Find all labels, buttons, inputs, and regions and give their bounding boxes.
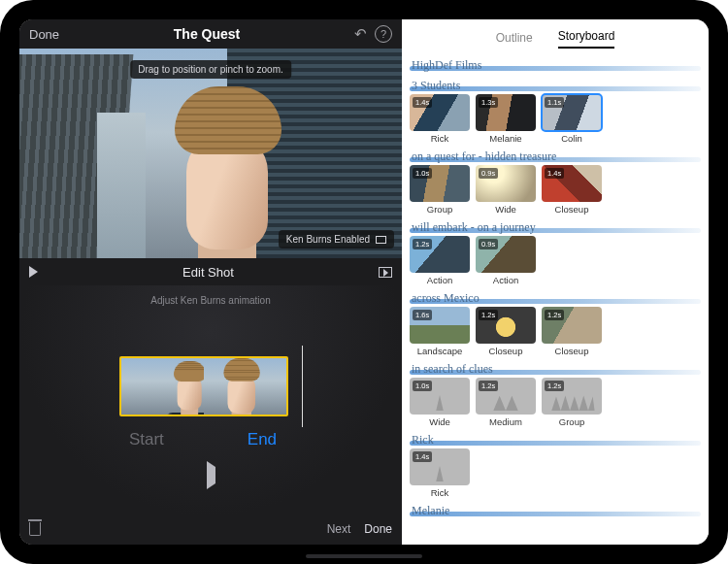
clip[interactable]: 1.4sRick: [410, 94, 470, 144]
editor-bottom-bar: Next Done: [19, 517, 402, 545]
section-heading[interactable]: 3 Students: [410, 79, 460, 92]
clip-duration: 1.4s: [413, 97, 432, 108]
storyboard-scroll[interactable]: HighDef Films 3 Students1.4sRick1.3sMela…: [402, 49, 709, 545]
clip-thumbnail[interactable]: 0.9s: [476, 236, 536, 273]
clip-thumbnail[interactable]: 1.1s: [542, 94, 602, 131]
section-heading-row: on a quest for - hidden treasure: [410, 147, 709, 164]
storyboard-pane: Outline Storyboard HighDef Films 3 Stude…: [402, 19, 709, 545]
trash-icon[interactable]: [29, 522, 41, 536]
ken-burns-track[interactable]: [119, 352, 303, 420]
clip-duration: 1.2s: [545, 381, 564, 391]
section-heading-row: Rick: [410, 430, 709, 448]
ken-burns-thumbnail[interactable]: [119, 356, 288, 416]
clip[interactable]: 1.6sLandscape: [410, 307, 470, 356]
section-heading-row: in search of clues: [410, 359, 709, 377]
ken-burns-labels: Start End: [129, 430, 277, 449]
section-heading-row: Melanie: [410, 501, 709, 518]
kb-start-tab[interactable]: Start: [129, 430, 164, 449]
ken-burns-caption: Adjust Ken Burns animation: [150, 295, 270, 306]
clip-row: 1.4sRick1.3sMelanie1.1sColin: [410, 94, 709, 144]
undo-icon[interactable]: ↶: [354, 25, 367, 43]
clip[interactable]: 1.2sCloseup: [542, 307, 602, 356]
clip[interactable]: 0.9sAction: [476, 236, 536, 285]
clip-duration: 1.0s: [413, 381, 432, 391]
play-icon[interactable]: [29, 266, 38, 278]
clip[interactable]: 0.9sWide: [476, 165, 536, 215]
tab-storyboard[interactable]: Storyboard: [558, 29, 615, 49]
edit-shot-bar: Edit Shot: [19, 258, 402, 285]
clip-duration: 0.9s: [479, 168, 498, 179]
clip-thumbnail[interactable]: 1.3s: [476, 94, 536, 131]
section-heading[interactable]: Rick: [410, 433, 434, 447]
clip[interactable]: 1.2sAction: [410, 236, 470, 285]
clip-thumbnail[interactable]: 1.2s: [410, 236, 470, 273]
clip-name: Group: [427, 204, 452, 215]
clip-duration: 1.2s: [479, 310, 498, 320]
clip[interactable]: 1.0sGroup: [410, 165, 470, 215]
clip-thumbnail[interactable]: 1.0s: [410, 165, 470, 202]
preview-image: [19, 49, 402, 258]
section-heading-row: 3 Students: [410, 76, 709, 93]
clip-name: Rick: [431, 487, 448, 498]
view-tabs: Outline Storyboard: [402, 19, 709, 49]
clip-duration: 1.1s: [545, 97, 564, 108]
clip-name: Closeup: [489, 346, 523, 356]
play-clip-icon[interactable]: [379, 267, 392, 278]
ken-burns-badge-label: Ken Burns Enabled: [286, 234, 370, 245]
clip-duration: 1.2s: [479, 381, 498, 391]
section-heading[interactable]: on a quest for - hidden treasure: [410, 149, 556, 163]
ken-burns-crop-icon: [376, 236, 386, 244]
clip-thumbnail[interactable]: 1.4s: [410, 94, 470, 131]
clip-name: Wide: [429, 416, 450, 427]
clip-thumbnail[interactable]: 1.2s: [542, 378, 602, 415]
clip-thumbnail[interactable]: 1.4s: [410, 448, 470, 485]
clip[interactable]: 1.2sGroup: [542, 378, 602, 427]
clip-thumbnail[interactable]: 1.4s: [542, 165, 602, 202]
section-heading[interactable]: across Mexico: [410, 291, 480, 305]
story-title: HighDef Films: [410, 58, 481, 72]
clip-thumbnail[interactable]: 1.2s: [542, 307, 602, 344]
section-heading[interactable]: Melanie: [410, 504, 449, 517]
clip[interactable]: 1.2sCloseup: [476, 307, 536, 356]
home-indicator[interactable]: [306, 554, 422, 558]
done-button[interactable]: Done: [29, 27, 59, 42]
section-heading[interactable]: in search of clues: [410, 362, 493, 376]
clip[interactable]: 1.4sRick: [410, 448, 470, 498]
tab-outline[interactable]: Outline: [496, 31, 533, 49]
clip-name: Action: [427, 275, 452, 285]
clip-thumbnail[interactable]: 1.0s: [410, 378, 470, 415]
edit-shot-title: Edit Shot: [38, 265, 379, 280]
done-bottom-button[interactable]: Done: [364, 522, 392, 536]
clip-thumbnail[interactable]: 1.2s: [476, 307, 536, 344]
section-heading[interactable]: will embark - on a journey: [410, 220, 536, 234]
clip-thumbnail[interactable]: 1.6s: [410, 307, 470, 344]
playhead[interactable]: [302, 346, 303, 427]
preview-hint: Drag to position or pinch to zoom.: [130, 60, 291, 79]
project-title: The Quest: [59, 26, 354, 42]
clip[interactable]: 1.2sMedium: [476, 378, 536, 427]
clip-name: Rick: [431, 133, 448, 144]
ken-burns-badge[interactable]: Ken Burns Enabled: [279, 230, 394, 249]
section-heading-row: will embark - on a journey: [410, 217, 709, 235]
clip-thumbnail[interactable]: 0.9s: [476, 165, 536, 202]
kb-end-tab[interactable]: End: [248, 430, 277, 449]
clip-duration: 1.4s: [545, 168, 564, 179]
clip[interactable]: 1.3sMelanie: [476, 94, 536, 144]
story-title-row: HighDef Films: [410, 55, 709, 73]
clip-duration: 1.3s: [479, 97, 498, 108]
clip-name: Wide: [495, 204, 516, 215]
clip-duration: 1.4s: [413, 451, 432, 462]
preview-viewport[interactable]: Drag to position or pinch to zoom. Ken B…: [19, 49, 402, 258]
clip-name: Group: [559, 416, 584, 427]
ken-burns-editor: Adjust Ken Burns animation Start End: [19, 285, 402, 517]
ken-burns-play[interactable]: [207, 467, 215, 484]
clip[interactable]: 1.1sColin: [542, 94, 602, 144]
clip-name: Closeup: [555, 346, 589, 356]
clip[interactable]: 1.4sCloseup: [542, 165, 602, 215]
help-icon[interactable]: ?: [375, 25, 392, 43]
clip-duration: 0.9s: [479, 239, 498, 249]
screen: Done The Quest ↶ ? Drag to position or p…: [19, 19, 709, 545]
clip[interactable]: 1.0sWide: [410, 378, 470, 427]
next-button[interactable]: Next: [327, 522, 351, 536]
clip-thumbnail[interactable]: 1.2s: [476, 378, 536, 415]
